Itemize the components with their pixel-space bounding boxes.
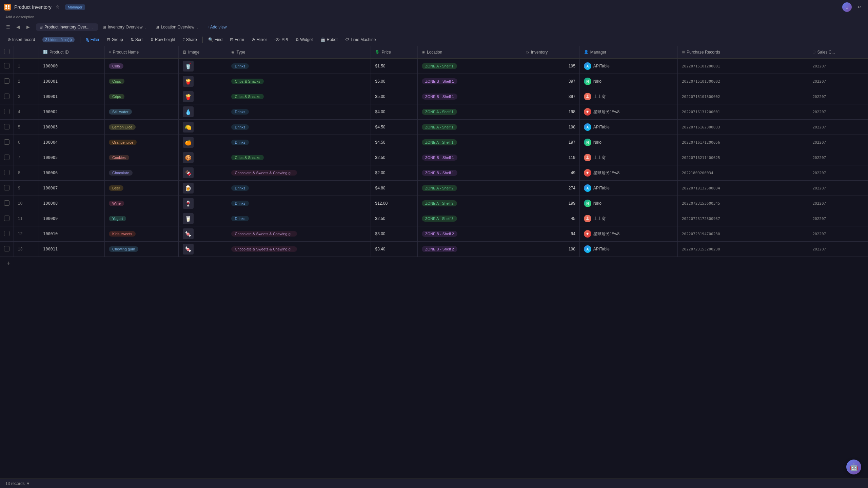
- row-checkbox[interactable]: [4, 109, 9, 114]
- hidden-fields-button[interactable]: 2 hidden field(s): [39, 36, 78, 44]
- cell-checkbox[interactable]: [0, 120, 14, 135]
- row-checkbox[interactable]: [4, 78, 9, 84]
- filter-button[interactable]: ⧎ Filter: [82, 36, 103, 43]
- sidebar-toggle[interactable]: ☰: [4, 23, 12, 31]
- table-row[interactable]: 12 100010 Kids sweets 🍬 Chocolate & Swee…: [0, 226, 868, 242]
- form-button[interactable]: ⊡ Form: [226, 36, 248, 43]
- cell-product-name[interactable]: Still water: [105, 104, 179, 120]
- cell-product-name[interactable]: Crips: [105, 74, 179, 89]
- row-checkbox[interactable]: [4, 139, 9, 145]
- cell-image[interactable]: 🍪: [179, 150, 227, 165]
- cell-type[interactable]: Drinks: [227, 135, 371, 150]
- cell-product-name[interactable]: Crips: [105, 89, 179, 104]
- cell-product-name[interactable]: Yogurt: [105, 211, 179, 226]
- table-row[interactable]: 6 100004 Orange juice 🍊 Drinks $4.50 ZON…: [0, 135, 868, 150]
- cell-type[interactable]: Drinks: [227, 120, 371, 135]
- user-avatar[interactable]: U: [842, 2, 852, 12]
- cell-location[interactable]: ZONE B - Shelf 1: [417, 165, 522, 181]
- cell-location[interactable]: ZONE B - Shelf 1: [417, 74, 522, 89]
- cell-product-name[interactable]: Kids sweets: [105, 226, 179, 242]
- star-icon[interactable]: ☆: [56, 4, 60, 9]
- row-checkbox[interactable]: [4, 94, 9, 99]
- robot-button[interactable]: 🤖 Robot: [317, 36, 341, 43]
- cell-checkbox[interactable]: [0, 74, 14, 89]
- cell-manager[interactable]: N Niko: [579, 196, 677, 211]
- share-button[interactable]: ⤴ Share: [179, 36, 200, 43]
- cell-type[interactable]: Chocolate & Sweets & Chewing g...: [227, 226, 371, 242]
- tab-location-overview[interactable]: ⊞ Location Overview ⋮: [152, 23, 203, 31]
- cell-type[interactable]: Crips & Snacks: [227, 150, 371, 165]
- cell-image[interactable]: 🍋: [179, 120, 227, 135]
- cell-image[interactable]: 🥛: [179, 211, 227, 226]
- back-button[interactable]: ◀: [14, 23, 22, 32]
- table-row[interactable]: 10 100008 Wine 🍷 Drinks $12.00 ZONE A - …: [0, 196, 868, 211]
- cell-checkbox[interactable]: [0, 58, 14, 74]
- cell-location[interactable]: ZONE A - Shelf 3: [417, 211, 522, 226]
- row-checkbox[interactable]: [4, 63, 9, 68]
- row-checkbox[interactable]: [4, 216, 9, 221]
- cell-image[interactable]: 🍺: [179, 181, 227, 196]
- cell-type[interactable]: Chocolate & Sweets & Chewing g...: [227, 165, 371, 181]
- table-row[interactable]: 2 100001 Crips 🍟 Crips & Snacks $5.00 ZO…: [0, 74, 868, 89]
- cell-checkbox[interactable]: [0, 226, 14, 242]
- row-checkbox[interactable]: [4, 155, 9, 160]
- col-image[interactable]: 🖼 Image: [179, 46, 227, 58]
- cell-location[interactable]: ZONE A - Shelf 2: [417, 196, 522, 211]
- select-all-checkbox[interactable]: [4, 49, 9, 54]
- cell-type[interactable]: Drinks: [227, 104, 371, 120]
- col-price[interactable]: 💲 Price: [371, 46, 418, 58]
- row-checkbox[interactable]: [4, 185, 9, 190]
- row-checkbox[interactable]: [4, 200, 9, 206]
- col-type[interactable]: ◉ Type: [227, 46, 371, 58]
- cell-type[interactable]: Chocolate & Sweets & Chewing g...: [227, 242, 371, 257]
- cell-manager[interactable]: ★ 星球居民JEw8: [579, 226, 677, 242]
- api-button[interactable]: </> API: [271, 36, 292, 43]
- cell-checkbox[interactable]: [0, 242, 14, 257]
- cell-type[interactable]: Drinks: [227, 58, 371, 74]
- tab-menu-icon[interactable]: ⋮: [144, 25, 147, 29]
- cell-checkbox[interactable]: [0, 181, 14, 196]
- cell-location[interactable]: ZONE A - Shelf 1: [417, 104, 522, 120]
- cell-type[interactable]: Drinks: [227, 211, 371, 226]
- insert-record-button[interactable]: ⊕ Insert record: [4, 36, 38, 43]
- bot-avatar[interactable]: 🤖: [846, 460, 861, 474]
- cell-manager[interactable]: N Niko: [579, 74, 677, 89]
- cell-location[interactable]: ZONE B - Shelf 2: [417, 226, 522, 242]
- table-row[interactable]: 8 100006 Chocolate 🍫 Chocolate & Sweets …: [0, 165, 868, 181]
- table-row[interactable]: 3 100001 Crips 🍟 Crips & Snacks $5.00 ZO…: [0, 89, 868, 104]
- row-checkbox[interactable]: [4, 124, 9, 129]
- cell-manager[interactable]: 土 土土窝: [579, 89, 677, 104]
- cell-product-name[interactable]: Wine: [105, 196, 179, 211]
- cell-manager[interactable]: 土 土土窝: [579, 150, 677, 165]
- table-row[interactable]: 9 100007 Beer 🍺 Drinks $4.80 ZONE A - Sh…: [0, 181, 868, 196]
- widget-button[interactable]: ⧉ Widget: [292, 36, 316, 43]
- refresh-button[interactable]: ↩: [854, 2, 864, 12]
- row-height-button[interactable]: ⇕ Row height: [147, 36, 179, 43]
- sort-button[interactable]: ⇅ Sort: [127, 36, 146, 43]
- tab-product-inventory[interactable]: ⊞ Product Inventory Over... ⋮: [36, 23, 98, 31]
- cell-product-name[interactable]: Beer: [105, 181, 179, 196]
- cell-image[interactable]: 🥤: [179, 58, 227, 74]
- cell-image[interactable]: 🍬: [179, 226, 227, 242]
- cell-image[interactable]: 🍫: [179, 165, 227, 181]
- cell-product-name[interactable]: Chewing gum: [105, 242, 179, 257]
- cell-type[interactable]: Crips & Snacks: [227, 74, 371, 89]
- cell-image[interactable]: 💧: [179, 104, 227, 120]
- cell-checkbox[interactable]: [0, 89, 14, 104]
- time-machine-button[interactable]: ⏱ Time Machine: [342, 36, 379, 43]
- forward-button[interactable]: ▶: [24, 23, 33, 32]
- cell-manager[interactable]: A APITable: [579, 120, 677, 135]
- cell-location[interactable]: ZONE B - Shelf 2: [417, 242, 522, 257]
- mirror-button[interactable]: ⊘ Mirror: [248, 36, 270, 43]
- cell-image[interactable]: 🍷: [179, 196, 227, 211]
- table-row[interactable]: 11 100009 Yogurt 🥛 Drinks $2.50 ZONE A -…: [0, 211, 868, 226]
- col-location[interactable]: ◉ Location: [417, 46, 522, 58]
- cell-type[interactable]: Crips & Snacks: [227, 89, 371, 104]
- cell-manager[interactable]: ★ 星球居民JEw8: [579, 104, 677, 120]
- cell-image[interactable]: 🍟: [179, 74, 227, 89]
- col-product-id[interactable]: 🔢 Product ID: [39, 46, 104, 58]
- col-purchase-records[interactable]: ⊞ Purchase Records: [677, 46, 808, 58]
- tab-inventory-overview[interactable]: ⊞ Inventory Overview ⋮: [99, 23, 151, 31]
- cell-manager[interactable]: ★ 星球居民JEw8: [579, 165, 677, 181]
- cell-checkbox[interactable]: [0, 211, 14, 226]
